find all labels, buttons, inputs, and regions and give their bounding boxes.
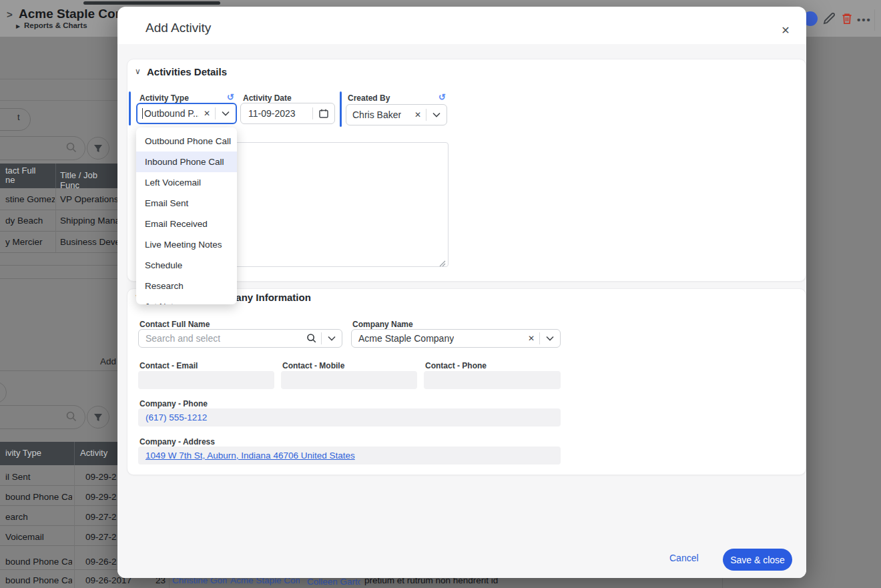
activity-type-value: Outbound P... <box>144 108 199 119</box>
cell-assigned-link[interactable]: Colleen Garton <box>307 577 360 587</box>
modified-indicator-bar <box>129 91 131 125</box>
contact-mobile-field <box>281 371 417 389</box>
created-by-combobox[interactable]: Chris Baker ✕ <box>346 104 447 125</box>
col-contact-full-name: tact Full <box>5 166 36 176</box>
clear-x-icon[interactable]: ✕ <box>410 110 426 119</box>
resize-handle[interactable] <box>439 258 446 264</box>
company-address-label: Company - Address <box>139 437 215 447</box>
dropdown-item[interactable]: Jot Note <box>136 296 237 304</box>
edit-pencil-icon[interactable] <box>822 11 836 29</box>
bg-add-button-partial[interactable]: Add <box>100 356 116 366</box>
filter-funnel-icon <box>93 144 103 153</box>
filter-funnel-icon <box>93 413 103 422</box>
bg-partial-pill <box>0 382 7 403</box>
dropdown-item[interactable]: Left Voicemail <box>136 172 237 193</box>
search-icon[interactable] <box>302 333 321 344</box>
clear-x-icon[interactable]: ✕ <box>199 109 215 118</box>
table-row[interactable]: il Sent <box>5 472 72 482</box>
breadcrumb-reports-charts[interactable]: Reports & Charts <box>24 21 87 29</box>
chevron-down-icon[interactable] <box>216 111 236 116</box>
save-and-close-button[interactable]: Save & close <box>723 549 792 571</box>
contact-phone-label: Contact - Phone <box>425 361 487 370</box>
table-row[interactable]: Voicemail <box>5 532 72 542</box>
company-phone-link[interactable]: (617) 555-1212 <box>145 412 207 422</box>
table-row[interactable]: y Mercier <box>5 237 55 247</box>
delete-trash-icon[interactable] <box>840 11 854 29</box>
table-cell: Shipping Manag <box>60 216 117 226</box>
contact-mobile-label: Contact - Mobile <box>282 361 344 370</box>
col-activity-type: ivity Type <box>5 448 41 458</box>
dropdown-item[interactable]: Research <box>136 276 237 296</box>
contact-full-name-label: Contact Full Name <box>139 320 210 329</box>
expand-arrow-icon[interactable]: ▶ <box>16 23 20 29</box>
filter-button[interactable] <box>87 406 109 428</box>
table-row[interactable]: bound Phone Call <box>5 557 72 567</box>
contact-email-field <box>138 371 274 389</box>
table-cell: 09-26-2 <box>85 557 117 567</box>
bg-partial-button-label: t <box>17 112 20 122</box>
search-icon <box>65 141 77 156</box>
reset-icon[interactable]: ↺ <box>227 92 234 102</box>
active-tab-indicator <box>83 1 220 5</box>
chevron-down-icon[interactable]: ∨ <box>135 67 141 76</box>
table-row[interactable]: bound Phone Call <box>5 492 72 502</box>
dropdown-item[interactable]: Outbound Phone Call <box>136 131 237 152</box>
bg-divider <box>0 100 117 101</box>
more-options-icon[interactable]: ••• <box>857 14 872 25</box>
dropdown-item[interactable]: Live Meeting Notes <box>136 234 237 255</box>
screen: > Acme Staple Compan ▶ Reports & Charts … <box>0 0 881 588</box>
toolbar-divider <box>874 9 875 31</box>
breadcrumb-caret-icon: > <box>7 9 13 20</box>
bg-partial-button[interactable] <box>0 108 31 131</box>
company-address-field: 1049 W 7th St, Auburn, Indiana 46706 Uni… <box>138 447 561 465</box>
table-cell: 09-27-2 <box>85 532 117 542</box>
dropdown-item-selected[interactable]: Inbound Phone Call <box>136 152 237 172</box>
table-row[interactable]: earch <box>5 512 72 522</box>
modified-indicator-bar <box>340 91 342 127</box>
cancel-button[interactable]: Cancel <box>669 553 709 566</box>
created-by-value: Chris Baker <box>352 109 401 120</box>
dropdown-item[interactable]: Schedule <box>136 255 237 276</box>
breadcrumb-company[interactable]: Acme Staple Compan <box>19 7 117 21</box>
company-name-combobox[interactable]: Acme Staple Company ✕ <box>351 329 561 348</box>
table-cell: 09-27-2 <box>85 512 117 522</box>
col-title-job: Title / Job Func <box>60 170 117 190</box>
contact-full-name-search[interactable]: Search and select <box>138 329 342 348</box>
company-address-link[interactable]: 1049 W 7th St, Auburn, Indiana 46706 Uni… <box>145 451 355 461</box>
activity-date-label: Activity Date <box>243 93 292 103</box>
chevron-down-icon[interactable] <box>322 336 342 341</box>
contacts-table-header: tact Full ne Title / Job Func <box>0 164 117 188</box>
bg-divider <box>0 79 117 79</box>
dropdown-item[interactable]: Email Received <box>136 214 237 234</box>
created-by-label: Created By <box>348 93 390 103</box>
company-name-label: Company Name <box>352 320 413 329</box>
dropdown-item[interactable]: Email Sent <box>136 193 237 214</box>
activity-date-input[interactable]: 11-09-2023 <box>240 103 335 124</box>
activity-date-value: 11-09-2023 <box>248 108 296 119</box>
contact-phone-field <box>424 371 561 389</box>
clear-x-icon[interactable]: ✕ <box>523 334 539 343</box>
modal-title: Add Activity <box>145 21 211 35</box>
table-row[interactable]: stine Gomez <box>5 194 55 204</box>
table-cell: VP Operations <box>60 194 117 204</box>
table-cell: Business Devel <box>60 237 117 247</box>
section-title-activities-details: Activities Details <box>147 66 227 77</box>
close-icon[interactable]: ✕ <box>778 22 794 38</box>
calendar-icon[interactable] <box>313 109 334 118</box>
filter-button[interactable] <box>87 137 109 160</box>
activity-type-dropdown: Outbound Phone Call Inbound Phone Call L… <box>136 127 237 304</box>
chevron-down-icon[interactable] <box>540 336 560 341</box>
contact-email-label: Contact - Email <box>139 361 198 370</box>
activities-table-header: ivity Type Activity <box>0 442 117 465</box>
col-contact-full-name-2: ne <box>5 176 36 185</box>
col-activity-date: Activity <box>80 448 107 458</box>
table-row[interactable]: dy Beach <box>5 216 55 226</box>
table-cell: 09-29-2 <box>85 492 117 502</box>
company-phone-field: (617) 555-1212 <box>138 408 561 426</box>
chevron-down-icon[interactable] <box>426 112 447 117</box>
text-cursor <box>142 108 143 119</box>
reset-icon[interactable]: ↺ <box>438 92 446 102</box>
activity-type-combobox[interactable]: Outbound P... ✕ <box>136 103 237 124</box>
search-placeholder: Search and select <box>145 333 220 344</box>
company-phone-label: Company - Phone <box>139 399 208 408</box>
